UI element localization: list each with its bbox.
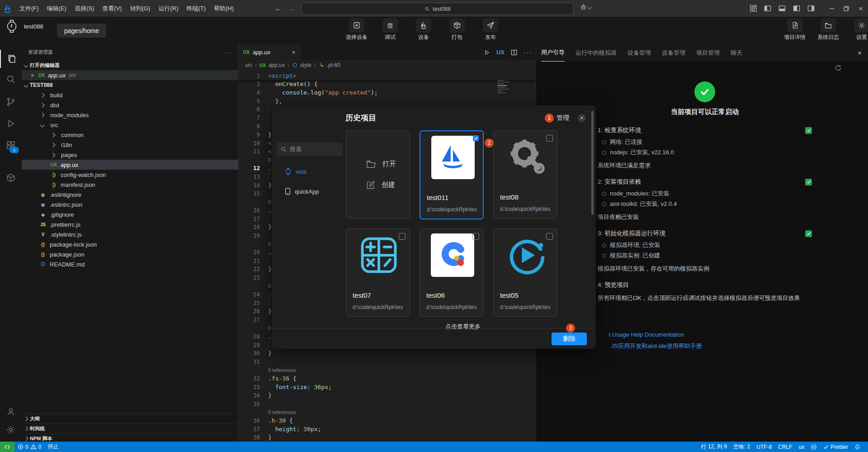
project-card-test07[interactable]: test07d:\code\quickRpk\tes — [346, 228, 410, 317]
toolbar-action-设置[interactable]: 设置 — [850, 18, 868, 41]
menu-item[interactable]: 编辑(E) — [43, 5, 71, 13]
project-checkbox[interactable] — [473, 135, 479, 141]
code-line[interactable]: 30} — [239, 349, 536, 358]
toolbar-action-选择设备[interactable]: 选择设备 — [345, 18, 368, 41]
help-link[interactable]: JS应用开发和aiot-ide使用帮助手册 — [611, 342, 812, 350]
project-root-section[interactable]: TEST088 — [22, 80, 238, 90]
minimize-button[interactable] — [825, 0, 839, 17]
create-project-button[interactable]: 创建 — [366, 181, 410, 190]
open-editors-section[interactable]: 打开的编辑器 — [22, 60, 238, 70]
settings-gear-icon[interactable] — [0, 421, 22, 439]
panel-tab-用户引导[interactable]: 用户引导 — [541, 44, 565, 62]
problems-indicator[interactable]: 0 0 — [14, 442, 44, 452]
project-checkbox[interactable] — [546, 135, 553, 142]
toggle-panel-icon[interactable] — [775, 0, 789, 17]
help-link[interactable]: t Usage Help Documentation — [609, 331, 812, 338]
tree-item-manifest.json[interactable]: {}manifest.json — [22, 180, 238, 190]
toggle-sidebar-icon[interactable] — [760, 0, 775, 17]
close-window-button[interactable]: × — [854, 0, 868, 17]
editor-more-icon[interactable]: ··· — [524, 49, 532, 56]
tree-item-node_modules[interactable]: node_modules — [22, 110, 238, 120]
encoding[interactable]: UTF-8 — [753, 442, 775, 452]
toolbar-action-设备[interactable]: 设备 — [412, 18, 435, 41]
code-line[interactable]: 4 console.log("app created"); — [239, 88, 536, 97]
cursor-position[interactable]: 行 12, 列 9 — [698, 442, 730, 452]
timeline-section[interactable]: 时间线 — [22, 423, 238, 433]
tree-item-build[interactable]: build — [22, 90, 238, 100]
tree-item-.prettierrc.js[interactable]: JS.prettierrc.js — [22, 219, 238, 229]
dialog-search-input[interactable]: 搜索 — [277, 143, 343, 156]
code-line[interactable]: 31 — [239, 357, 536, 366]
restore-button[interactable] — [839, 0, 854, 17]
project-card-test06[interactable]: test06d:\code\quickRpk\tes — [420, 228, 484, 317]
tree-item-.eslintrc.json[interactable]: ◉.eslintrc.json — [22, 200, 238, 209]
panel-tab-运行中的模拟器[interactable]: 运行中的模拟器 — [576, 44, 617, 61]
tab-app-ux[interactable]: UX app.ux × — [239, 44, 300, 60]
toolbar-action-调试[interactable]: 调试 — [378, 18, 402, 41]
open-editor-item[interactable]: × UX app.ux src — [22, 70, 238, 80]
menu-item[interactable]: 运行(R) — [154, 5, 182, 13]
run-file-icon[interactable] — [484, 49, 490, 56]
code-line[interactable]: 3 onCreate() { — [239, 80, 536, 89]
project-checkbox[interactable] — [399, 233, 406, 240]
code-line[interactable]: 0 references — [239, 408, 536, 417]
extensions-icon[interactable]: 1 — [0, 136, 22, 154]
tree-item-dist[interactable]: dist — [22, 100, 238, 110]
menu-item[interactable]: 选择(S) — [71, 5, 98, 13]
refresh-icon[interactable] — [835, 64, 842, 71]
panel-tab-项目管理[interactable]: 项目管理 — [696, 44, 720, 61]
panel-tab-设备管理[interactable]: 设备管理 — [627, 44, 651, 61]
toolbar-action-系统日志[interactable]: 系统日志 — [816, 18, 840, 41]
toolbar-action-发布[interactable]: 发布 — [479, 18, 502, 41]
tree-item-pages[interactable]: pages — [22, 150, 238, 160]
remote-indicator[interactable] — [0, 442, 14, 452]
close-tab-icon[interactable]: × — [292, 49, 295, 56]
close-editor-icon[interactable]: × — [31, 72, 35, 79]
indentation[interactable]: 空格: 2 — [730, 442, 753, 452]
delete-button[interactable]: 删除 — [552, 333, 587, 345]
code-line[interactable]: 36.h-30 { — [239, 416, 536, 425]
code-line[interactable]: 34} — [239, 391, 536, 400]
run-debug-icon[interactable] — [0, 114, 22, 133]
project-card-test05[interactable]: test05d:\code\quickRpk\tes — [493, 228, 557, 317]
language-mode[interactable]: ux — [796, 442, 808, 452]
account-icon[interactable] — [0, 403, 22, 421]
tree-item-i18n[interactable]: i18n — [22, 140, 238, 150]
tree-item-config-watch.json[interactable]: {}config-watch.json — [22, 170, 238, 180]
history-back-icon[interactable]: ← — [275, 5, 282, 12]
stop-task-button[interactable]: 停止 — [44, 442, 61, 452]
close-dialog-icon[interactable]: × — [578, 114, 586, 122]
panel-tab-设备管理[interactable]: 设备管理 — [662, 44, 685, 61]
menu-item[interactable]: 帮助(H) — [210, 5, 238, 13]
project-checkbox[interactable] — [472, 233, 479, 240]
tree-item-.gitignore[interactable]: ◈.gitignore — [22, 209, 238, 219]
project-checkbox[interactable] — [546, 233, 553, 240]
open-project-button[interactable]: 打开 — [366, 160, 410, 169]
code-line[interactable]: 5 }, — [239, 97, 536, 105]
toolbar-action-项目详情[interactable]: 项目详情 — [783, 18, 807, 41]
page-chip[interactable]: pages/home — [57, 24, 106, 38]
code-line[interactable]: 1<script> — [239, 71, 536, 80]
feedback-icon[interactable] — [807, 442, 820, 452]
layout-customize-icon[interactable] — [746, 0, 760, 17]
formatter-indicator[interactable]: Prettier — [820, 442, 851, 452]
ux-preview-button[interactable]: UX — [496, 49, 505, 56]
tree-item-src[interactable]: src — [22, 120, 238, 130]
menu-item[interactable]: 终端(T) — [182, 5, 210, 13]
code-line[interactable]: 38} — [239, 433, 536, 442]
breadcrumb[interactable]: src› UX app.ux› style› .pl-60 — [239, 60, 536, 70]
tree-item-.stylelintrc.js[interactable]: V.stylelintrc.js — [22, 229, 238, 239]
manage-button[interactable]: 管理 — [557, 114, 569, 122]
tree-item-app.ux[interactable]: UXapp.ux — [22, 160, 238, 170]
code-line[interactable]: 35 — [239, 400, 536, 408]
npm-scripts-section[interactable]: NPM 脚本 — [22, 433, 238, 442]
sidebar-more-icon[interactable]: ··· — [224, 50, 232, 55]
tree-item-.eslintignore[interactable]: ◉.eslintignore — [22, 190, 238, 200]
explorer-icon[interactable] — [0, 50, 23, 68]
tree-item-common[interactable]: common — [22, 130, 238, 140]
dialog-nav-quickApp[interactable]: quickApp — [272, 187, 345, 196]
command-center-search[interactable]: test088 — [302, 3, 574, 15]
toggle-secondary-sidebar-icon[interactable] — [804, 0, 818, 17]
menu-item[interactable]: 查看(V) — [98, 5, 126, 13]
device-selector[interactable] — [580, 4, 591, 10]
